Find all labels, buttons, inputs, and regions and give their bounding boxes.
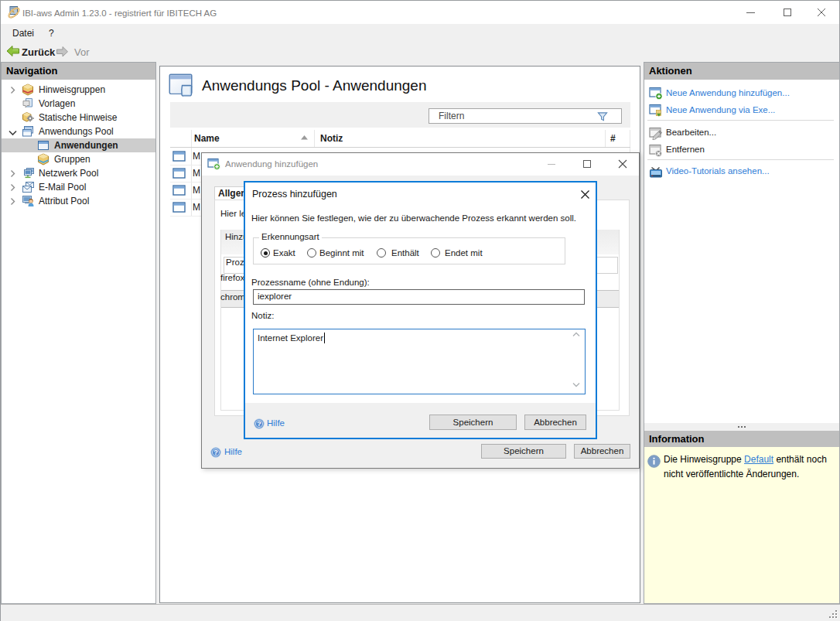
svg-text:?: ? (213, 449, 218, 456)
svg-text:?: ? (257, 420, 261, 428)
